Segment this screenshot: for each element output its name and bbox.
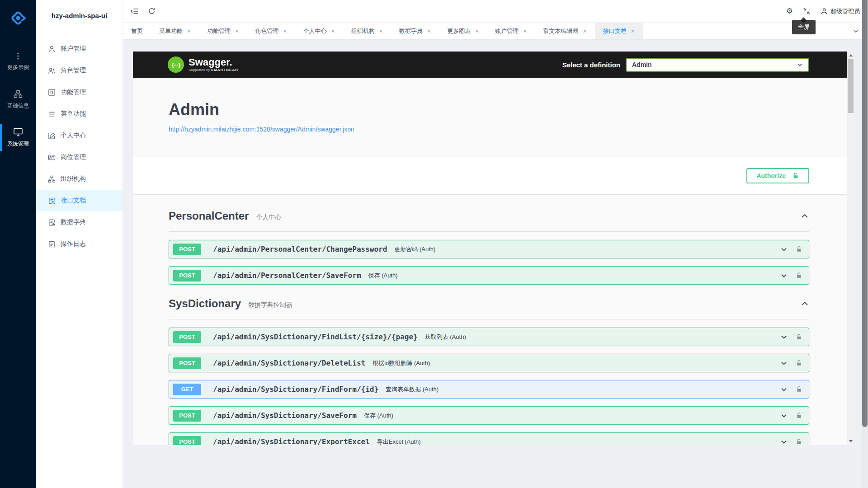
endpoint-row[interactable]: POST /api/admin/PersonalCenter/SaveForm … (169, 266, 809, 285)
app-title: hzy-admin-spa-ui (36, 0, 123, 32)
tab-label: 组织机构 (351, 27, 375, 35)
close-icon[interactable]: × (631, 28, 635, 34)
unlock-icon[interactable] (796, 386, 802, 393)
sidebar-item-accounts[interactable]: 账户管理 (36, 38, 123, 60)
unlock-icon[interactable] (796, 438, 802, 445)
user-menu[interactable]: 超级管理员 (821, 7, 860, 15)
sidebar-item-label: 组织机构 (61, 175, 86, 183)
section-header-sysdictionary[interactable]: SysDictionary 数据字典控制器 (169, 304, 809, 319)
swagger-logo-subtext: Supported by SMARTBEAR (189, 68, 238, 72)
tab-personal-center[interactable]: 个人中心 × (295, 23, 343, 39)
scroll-down-button[interactable] (847, 437, 854, 445)
endpoint-path: /api/admin/SysDictionary/FindForm/{id} (213, 385, 378, 394)
sidebar-item-functions[interactable]: 功能管理 (36, 81, 123, 103)
sidebar-item-data-dictionary[interactable]: 数据字典 (36, 211, 123, 233)
rail-item-basic-info[interactable]: 基础信息 (0, 80, 36, 118)
endpoint-row[interactable]: GET /api/admin/SysDictionary/FindForm/{i… (169, 380, 809, 399)
fullscreen-tooltip: 全屏 (792, 20, 816, 34)
tab-label: 菜单功能 (159, 27, 183, 35)
endpoint-row[interactable]: POST /api/admin/SysDictionary/FindList/{… (169, 328, 809, 346)
sidebar-item-roles[interactable]: 角色管理 (36, 60, 123, 81)
scroll-up-button[interactable] (847, 52, 854, 59)
tab-label: 富文本编辑器 (543, 27, 579, 35)
close-icon[interactable]: × (583, 28, 587, 34)
close-icon[interactable]: × (187, 28, 191, 34)
section-name: PersonalCenter (169, 210, 249, 222)
endpoint-row[interactable]: POST /api/admin/SysDictionary/ExportExce… (169, 432, 809, 445)
doc-search-icon (48, 197, 56, 205)
tab-roles[interactable]: 角色管理 × (247, 23, 295, 39)
scrollbar-thumb[interactable] (848, 59, 854, 113)
page-scrollbar[interactable] (862, 0, 868, 488)
section-header-personalcenter[interactable]: PersonalCenter 个人中心 (169, 216, 809, 232)
endpoint-row[interactable]: POST /api/admin/SysDictionary/DeleteList… (169, 354, 809, 372)
user-name: 超级管理员 (830, 7, 860, 15)
unlock-icon[interactable] (796, 246, 802, 253)
http-method-badge: POST (173, 270, 201, 282)
section-description: 数据字典控制器 (248, 301, 292, 309)
tab-data-dictionary[interactable]: 数据字典 × (391, 23, 439, 39)
rail-item-label: 更多示例 (7, 64, 29, 71)
chevron-down-icon[interactable] (780, 438, 788, 446)
endpoint-row[interactable]: POST /api/admin/PersonalCenter/ChangePas… (169, 240, 809, 258)
tab-organization[interactable]: 组织机构 × (343, 23, 391, 39)
tab-more-charts[interactable]: 更多图表 × (439, 23, 487, 39)
unlock-icon[interactable] (796, 272, 802, 279)
sidebar-item-personal-center[interactable]: 个人中心 (36, 125, 123, 146)
edit-square-icon (48, 132, 56, 140)
close-icon[interactable]: × (283, 28, 287, 34)
sidebar-item-operation-logs[interactable]: 操作日志 (36, 233, 123, 255)
menu-fold-icon[interactable] (130, 7, 139, 15)
tab-functions[interactable]: 功能管理 × (199, 23, 247, 39)
unlock-icon[interactable] (796, 333, 802, 340)
sidebar-item-api-docs[interactable]: 接口文档 (36, 190, 123, 211)
top-header: ⚙ 超级管理员 (123, 0, 868, 23)
chevron-up-icon[interactable] (800, 299, 809, 308)
swagger-logo-text: Swagger. (189, 58, 238, 67)
tab-label: 账户管理 (495, 27, 519, 35)
definition-select[interactable]: Admin (626, 58, 809, 72)
chevron-down-icon[interactable] (780, 246, 788, 253)
endpoint-summary: 根据id数组删除 (Auth) (373, 359, 430, 367)
chevron-down-icon[interactable] (780, 333, 788, 341)
sidebar-item-menu-functions[interactable]: 菜单功能 (36, 103, 123, 125)
close-icon[interactable]: × (523, 28, 527, 34)
sidebar-item-organization[interactable]: 组织机构 (36, 168, 123, 190)
authorize-button[interactable]: Authorize (746, 168, 809, 183)
unlock-icon[interactable] (796, 412, 802, 419)
endpoint-row[interactable]: POST /api/admin/SysDictionary/SaveForm 保… (169, 406, 809, 425)
chevron-down-icon[interactable] (780, 272, 788, 279)
chevron-down-icon[interactable] (780, 386, 788, 393)
fullscreen-icon[interactable] (803, 7, 811, 15)
rail-item-more-examples[interactable]: 更多示例 (0, 42, 36, 80)
gear-icon[interactable]: ⚙ (786, 7, 793, 15)
close-icon[interactable]: × (331, 28, 335, 34)
tab-rich-text-editor[interactable]: 富文本编辑器 × (535, 23, 595, 39)
sidebar-item-posts[interactable]: 岗位管理 (36, 146, 123, 168)
swagger-scrollbar[interactable] (847, 52, 854, 445)
spec-url-link[interactable]: http://hzyadmin.milaizhijie.com:1520/swa… (169, 126, 354, 133)
tab-home[interactable]: 首页 (123, 23, 151, 39)
close-icon[interactable]: × (235, 28, 239, 34)
refresh-icon[interactable] (148, 7, 156, 15)
log-file-icon (48, 240, 56, 248)
unlock-icon[interactable] (796, 360, 802, 366)
chevron-up-icon[interactable] (800, 211, 809, 221)
chevron-down-icon[interactable] (780, 360, 788, 367)
api-info-section: Admin http://hzyadmin.milaizhijie.com:15… (133, 78, 847, 157)
chevron-down-icon[interactable] (780, 412, 788, 419)
sidebar-item-label: 功能管理 (61, 88, 86, 96)
page-scrollbar-thumb[interactable] (862, 0, 868, 427)
org-chart-icon (48, 175, 56, 183)
tab-api-docs[interactable]: 接口文档 × (595, 23, 643, 39)
app-logo[interactable] (0, 0, 36, 36)
close-icon[interactable]: × (379, 28, 383, 34)
tab-menu-functions[interactable]: 菜单功能 × (151, 23, 199, 39)
app-rail: 更多示例 基础信息 系统管理 (0, 0, 36, 488)
endpoint-summary: 更新密码 (Auth) (394, 245, 435, 253)
close-icon[interactable]: × (427, 28, 431, 34)
close-icon[interactable]: × (475, 28, 479, 34)
rail-item-system-management[interactable]: 系统管理 (0, 118, 36, 156)
sitemap-icon (14, 89, 23, 99)
tab-accounts[interactable]: 账户管理 × (487, 23, 535, 39)
